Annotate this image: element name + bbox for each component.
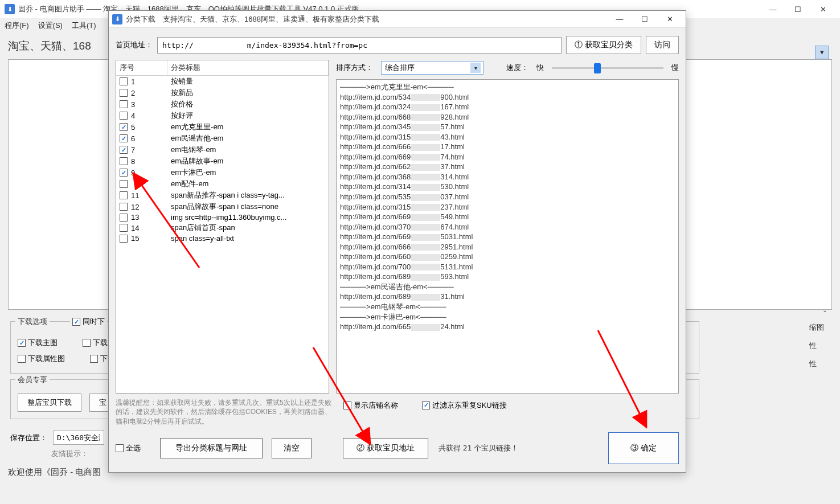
url-line: http://item.jd.com/68931.html <box>340 292 675 302</box>
col-header-title[interactable]: 分类标题 <box>167 60 329 75</box>
row-title: 按价格 <box>171 99 325 109</box>
table-row[interactable]: 3按价格 <box>116 99 329 110</box>
table-row[interactable]: em配件-em <box>116 178 329 190</box>
friendly-tip: 友情提示： <box>51 449 88 459</box>
table-row[interactable]: 12span品牌故事-span i class=none <box>116 201 329 212</box>
row-checkbox[interactable] <box>120 77 128 85</box>
speed-label: 速度： <box>506 63 528 73</box>
menu-settings[interactable]: 设置(S) <box>38 21 63 31</box>
category-download-dialog: ⬇ 分类下载 支持淘宝、天猫、京东、1688阿里、速卖通、极有家整店分类下载 —… <box>108 10 686 473</box>
url-line: http://item.jd.com/368314.html <box>340 172 675 182</box>
speed-fast-label: 快 <box>536 63 544 73</box>
dialog-titlebar: ⬇ 分类下载 支持淘宝、天猫、京东、1688阿里、速卖通、极有家整店分类下载 —… <box>109 11 686 28</box>
close-button[interactable]: ✕ <box>810 1 835 18</box>
visit-button[interactable]: 访问 <box>646 36 679 54</box>
minimize-button[interactable]: — <box>760 1 785 18</box>
table-row[interactable]: 14span店铺首页-span <box>116 222 329 233</box>
url-line: http://item.jd.com/689593.html <box>340 272 675 282</box>
row-number: 3 <box>131 100 135 109</box>
row-checkbox[interactable] <box>120 224 128 232</box>
ok-button[interactable]: ③ 确定 <box>608 432 679 464</box>
row-title: span class=y-all-txt <box>171 234 325 243</box>
dialog-close-button[interactable]: ✕ <box>657 11 682 28</box>
whole-shop-download-button[interactable]: 整店宝贝下载 <box>18 394 81 412</box>
url-line: http://item.jd.com/66974.html <box>340 152 675 162</box>
result-count: 共获得 21 个宝贝链接！ <box>439 443 518 453</box>
table-row[interactable]: 9em卡淋巴-em <box>116 167 329 178</box>
row-checkbox[interactable] <box>120 180 128 188</box>
homepage-url-input[interactable] <box>157 37 562 54</box>
dialog-minimize-button[interactable]: — <box>607 11 632 28</box>
table-row[interactable]: 1按销量 <box>116 76 329 87</box>
top-right-dropdown[interactable] <box>815 46 829 59</box>
table-row[interactable]: 8em品牌故事-em <box>116 155 329 167</box>
checkbox-prop-img[interactable]: 下载属性图 <box>18 354 65 364</box>
row-title: span店铺首页-span <box>171 223 325 233</box>
url-line: http://item.jd.com/315237.html <box>340 202 675 212</box>
get-url-button[interactable]: ② 获取宝贝地址 <box>343 438 428 458</box>
row-checkbox[interactable] <box>120 157 128 165</box>
speed-slow-label: 慢 <box>671 63 679 73</box>
row-checkbox[interactable] <box>120 235 128 243</box>
col-header-no[interactable]: 序号 <box>116 60 167 75</box>
url-result-list[interactable]: ─────>em尤克里里-em<─────http://item.jd.com/… <box>336 79 679 394</box>
menu-tools[interactable]: 工具(T) <box>72 21 96 31</box>
save-location-input[interactable] <box>53 431 104 445</box>
row-title: em尤克里里-em <box>171 122 325 132</box>
checkbox-select-all[interactable]: 全选 <box>116 443 141 453</box>
hint-text: 温馨提醒您：如果获取网址失败，请多重试几次。重试5次以上还是失败的话，建议先关闭… <box>116 398 332 427</box>
table-row[interactable]: 11span新品推荐-span i class=y-tag... <box>116 190 329 201</box>
row-title: 按好评 <box>171 110 325 121</box>
row-number: 11 <box>131 191 139 200</box>
table-row[interactable]: 2按新品 <box>116 87 329 99</box>
row-number: 5 <box>131 123 135 132</box>
table-row[interactable]: 13img src=http--img11.360buyimg.c... <box>116 212 329 222</box>
table-row[interactable]: 7em电钢琴-em <box>116 144 329 155</box>
url-line: http://item.jd.com/31543.html <box>340 132 675 142</box>
row-checkbox[interactable] <box>120 100 128 108</box>
row-checkbox[interactable] <box>120 134 128 142</box>
row-number: 1 <box>131 77 135 86</box>
table-row[interactable]: 5em尤克里里-em <box>116 121 329 133</box>
app-icon: ⬇ <box>5 4 15 14</box>
row-checkbox[interactable] <box>120 123 128 131</box>
table-row[interactable]: 6em民谣吉他-em <box>116 133 329 144</box>
maximize-button[interactable]: ☐ <box>785 1 810 18</box>
row-title: span品牌故事-span i class=none <box>171 202 325 212</box>
row-checkbox[interactable] <box>120 112 128 120</box>
category-table[interactable]: 序号 分类标题 1按销量2按新品3按价格4按好评5em尤克里里-em6em民谣吉… <box>116 60 329 394</box>
speed-slider-thumb[interactable] <box>594 63 601 73</box>
dialog-app-icon: ⬇ <box>112 14 122 24</box>
table-row[interactable]: 15span class=y-all-txt <box>116 233 329 243</box>
checkbox-dl2[interactable]: 下载 <box>83 338 108 348</box>
sort-select[interactable]: 综合排序 ▾ <box>381 61 483 75</box>
speed-slider[interactable] <box>552 67 663 69</box>
row-checkbox[interactable] <box>120 169 128 177</box>
row-checkbox[interactable] <box>120 191 128 199</box>
export-button[interactable]: 导出分类标题与网址 <box>160 438 263 458</box>
row-checkbox[interactable] <box>120 89 128 97</box>
table-row[interactable]: 4按好评 <box>116 110 329 121</box>
row-checkbox[interactable] <box>120 146 128 154</box>
sort-value: 综合排序 <box>385 63 415 73</box>
scroll-down-icon[interactable]: ⌄ <box>822 306 827 314</box>
url-line: ─────>em民谣吉他-em<───── <box>340 282 675 292</box>
clear-button[interactable]: 清空 <box>272 438 312 458</box>
right-side-labels: 缩图 性 性 <box>809 322 830 369</box>
row-checkbox[interactable] <box>120 203 128 211</box>
get-category-button[interactable]: ① 获取宝贝分类 <box>566 36 641 54</box>
menu-program[interactable]: 程序(F) <box>5 21 29 31</box>
row-checkbox[interactable] <box>120 214 128 222</box>
row-title: em品牌故事-em <box>171 156 325 166</box>
checkbox-main-img[interactable]: 下载主图 <box>18 338 58 348</box>
row-number: 6 <box>131 134 135 143</box>
checkbox-show-shop-name[interactable]: 显示店铺名称 <box>343 400 398 411</box>
url-line: http://item.jd.com/66237.html <box>340 162 675 172</box>
row-title: em民谣吉他-em <box>171 133 325 144</box>
checkbox-filter-jd-sku[interactable]: 过滤京东重复SKU链接 <box>422 400 507 411</box>
url-line: ─────>em卡淋巴-em<───── <box>340 312 675 322</box>
row-title: 按销量 <box>171 76 325 87</box>
row-number: 14 <box>131 224 139 232</box>
dialog-maximize-button[interactable]: ☐ <box>632 11 657 28</box>
checkbox-same-time[interactable]: 同时下 <box>70 317 107 327</box>
